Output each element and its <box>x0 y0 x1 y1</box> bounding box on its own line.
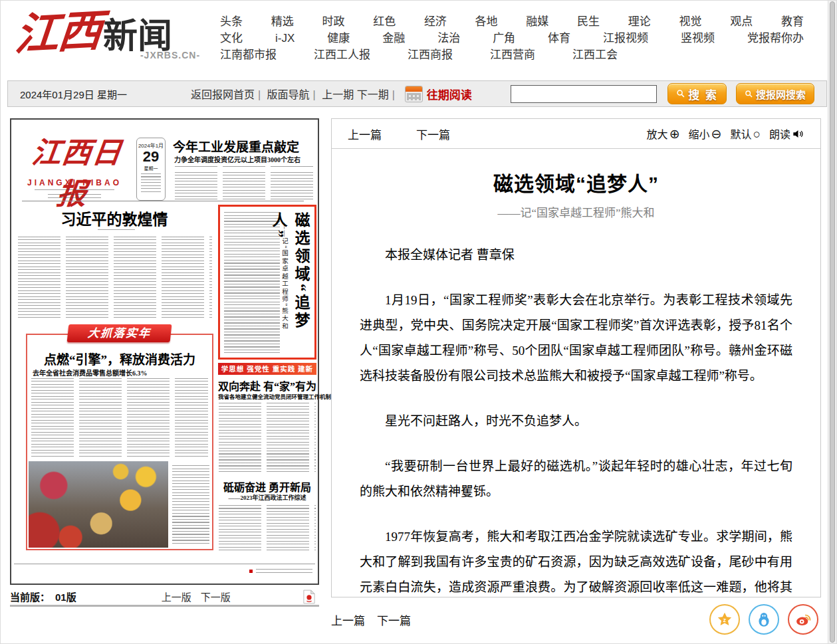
nav-item-sports[interactable]: 体育 <box>548 30 570 47</box>
nav-item-jx-business[interactable]: 江西营商 <box>490 47 535 63</box>
nav-item-opinion[interactable]: 观点 <box>730 13 753 30</box>
page-bar: 当前版： 01版 上一版 下一版 <box>10 588 319 607</box>
article-paragraph: 1977年恢复高考，熊大和考取江西冶金学院就读选矿专业。求学期间，熊大和了解到我… <box>360 524 792 597</box>
text-filler <box>35 189 114 192</box>
nav-item-jx-union[interactable]: 江西工会 <box>572 47 618 63</box>
nav-item-education[interactable]: 教育 <box>781 13 804 30</box>
search-icon <box>676 89 685 98</box>
next-article-link[interactable]: 下一篇 <box>416 126 450 142</box>
text-filler <box>98 229 135 232</box>
nav-item-culture[interactable]: 文化 <box>220 30 243 47</box>
default-size-icon: ○ <box>753 128 761 140</box>
nav-item-economy[interactable]: 经济 <box>424 13 447 30</box>
prev-issue-link[interactable]: 上一期 <box>322 89 354 100</box>
paper-slogan-banner: 学思想 强党性 重实践 建新功 <box>218 363 316 375</box>
next-page-link[interactable]: 下一版 <box>201 590 231 603</box>
paper-banner: 大抓落实年 <box>67 324 172 342</box>
next-issue-link[interactable]: 下一期 <box>357 89 389 100</box>
nav-item-media[interactable]: 融媒 <box>526 13 548 30</box>
text-filler <box>48 194 101 199</box>
search-button[interactable]: 搜 索 <box>667 83 727 104</box>
nav-item-visual[interactable]: 视觉 <box>679 13 701 30</box>
nav-item-featured[interactable]: 精选 <box>271 13 294 30</box>
nav-item-workers-daily[interactable]: 江西工人报 <box>314 47 370 63</box>
weibo-icon[interactable] <box>788 604 818 635</box>
calendar-icon-top <box>406 86 422 92</box>
toolbar-links: 返回报网首页| 版面导航| 上一期 下一期| <box>191 86 398 102</box>
highlighted-article-box[interactable]: ——记“国家卓越工程师”熊大和 磁选领域“追梦人” <box>218 205 316 360</box>
paper-date-weekday: 星期一 <box>137 165 165 171</box>
nav-item-health[interactable]: 健康 <box>327 30 350 47</box>
next-article-link-bottom[interactable]: 下一篇 <box>377 611 411 628</box>
zoom-out-label: 缩小 <box>689 126 710 142</box>
article-paragraph: 1月19日，“国家工程师奖”表彰大会在北京举行。为表彰工程技术领域先进典型，党中… <box>360 288 792 389</box>
page-bar-links: 上一版 下一版 <box>162 590 231 603</box>
zoom-in-icon: ⊕ <box>669 128 680 140</box>
site-logo[interactable]: 江西新闻 -JXRBS.CN- <box>15 6 215 67</box>
current-date: 2024年01月29日 星期一 <box>20 87 127 101</box>
nav-item-headlines[interactable]: 头条 <box>220 13 243 30</box>
text-filler <box>219 403 316 472</box>
article-panel: 上一篇 下一篇 放大⊕ 缩小⊖ 默认○ 朗读 磁选领域“追梦人” ——记“国家卓… <box>331 118 821 597</box>
nav-item-theory[interactable]: 理论 <box>628 13 651 30</box>
back-home-link[interactable]: 返回报网首页 <box>191 89 255 100</box>
read-aloud-control[interactable]: 朗读 <box>769 126 804 142</box>
paper-twoway-story-title: 双向奔赴 有“家”有为 <box>218 377 316 393</box>
nav-item-regions[interactable]: 各地 <box>475 13 498 30</box>
paper-twoway-story-subtitle: 我省各地建立健全流动党员闭环管理工作机制 <box>218 392 316 400</box>
nav-item-red[interactable]: 红色 <box>373 13 396 30</box>
separator: | <box>389 89 398 100</box>
logo-domain: -JXRBS.CN- <box>127 50 213 60</box>
scrollbar-thumb[interactable] <box>830 1 835 643</box>
text-filler <box>175 166 313 199</box>
nav-item-business-daily[interactable]: 江西商报 <box>408 47 453 63</box>
search-input[interactable] <box>511 85 657 103</box>
page: 江西新闻 -JXRBS.CN- 头条 精选 时政 红色 经济 各地 融媒 民生 … <box>0 0 837 644</box>
qq-penguin-icon[interactable] <box>749 604 779 635</box>
site-search-button-label: 搜报网搜索 <box>756 87 806 101</box>
svg-text:z: z <box>723 617 727 623</box>
article-title: 磁选领域“追梦人” <box>360 167 792 197</box>
current-page-value: 01版 <box>55 590 76 603</box>
default-size-label: 默认 <box>730 126 751 142</box>
article-footer: 上一篇 下一篇 z <box>331 600 821 639</box>
paper-date-day: 29 <box>137 149 165 165</box>
nav-item-livelihood[interactable]: 民生 <box>577 13 600 30</box>
article-body: 磁选领域“追梦人” ——记“国家卓越工程师”熊大和 本报全媒体记者 曹章保 1月… <box>332 167 820 597</box>
prev-article-link[interactable]: 上一篇 <box>348 126 382 142</box>
site-header: 江西新闻 -JXRBS.CN- 头条 精选 时政 红色 经济 各地 融媒 民生 … <box>1 1 836 77</box>
nav-item-finance[interactable]: 金融 <box>382 30 405 47</box>
current-page-label: 当前版： <box>10 590 50 603</box>
read-aloud-label: 朗读 <box>769 126 790 142</box>
default-size-control[interactable]: 默认○ <box>730 126 761 142</box>
page-nav-link[interactable]: 版面导航 <box>267 89 310 100</box>
archive-link[interactable]: 往期阅读 <box>427 86 472 102</box>
zoom-in-control[interactable]: 放大⊕ <box>647 126 680 142</box>
paper-masthead-title: 江西日报 <box>13 133 136 215</box>
nav-item-ijx[interactable]: i-JX <box>275 30 295 47</box>
paper-datebox: 2024年1月 29 星期一 <box>136 138 166 201</box>
pdf-icon[interactable] <box>303 590 315 604</box>
text-filler <box>141 173 161 192</box>
nav-item-law[interactable]: 法治 <box>437 30 460 47</box>
nav-item-wide-angle[interactable]: 广角 <box>493 30 515 47</box>
scrollbar[interactable] <box>828 1 836 644</box>
prev-article-link-bottom[interactable]: 上一篇 <box>331 611 365 628</box>
paper-forge-story-title: 砥砺奋进 勇开新局 <box>218 479 316 494</box>
nav-item-jiangnan-metro[interactable]: 江南都市报 <box>220 47 277 63</box>
qzone-share-icon[interactable]: z <box>709 604 740 635</box>
share-buttons: z <box>709 604 818 635</box>
site-search-button[interactable]: 搜报网搜索 <box>736 83 814 104</box>
zoom-out-icon: ⊖ <box>711 128 722 140</box>
article-subtitle: ——记“国家卓越工程师”熊大和 <box>360 203 792 220</box>
nav-item-party-help[interactable]: 党报帮你办 <box>747 30 804 47</box>
calendar-icon[interactable] <box>405 86 423 102</box>
nav-item-politics[interactable]: 时政 <box>322 13 344 30</box>
logo-brand-text: 江西 <box>13 4 103 63</box>
prev-page-link[interactable]: 上一版 <box>162 590 191 603</box>
newspaper-page-image[interactable]: 江西日报 JIANGXI RIBAO 2024年1月 29 星期一 今年工业发展… <box>10 118 319 585</box>
paper-consume-story-subtitle: 去年全省社会消费品零售总额增长6.3% <box>33 368 148 377</box>
nav-item-vertical-video[interactable]: 竖视频 <box>681 30 715 47</box>
nav-item-jb-video[interactable]: 江报视频 <box>603 30 648 47</box>
zoom-out-control[interactable]: 缩小⊖ <box>689 126 722 142</box>
